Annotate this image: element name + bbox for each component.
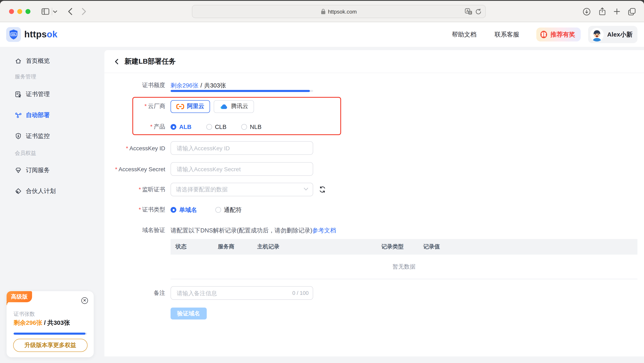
vendor-label: *云厂商 [104, 103, 165, 110]
user-name: Alex小新 [607, 30, 632, 38]
brand-name: httpsok [24, 29, 58, 40]
upgrade-button[interactable]: 升级版本享更多权益 [13, 339, 88, 352]
radio-dot-icon [170, 207, 176, 213]
traffic-light-close[interactable] [9, 9, 14, 14]
main-panel: 新建LB部署任务 证书额度 剩余296张/共303张 *云厂商 [104, 50, 644, 357]
handshake-icon [15, 187, 22, 194]
col-host-record: 主机记录 [257, 243, 382, 251]
accesskey-id-input[interactable] [176, 144, 308, 152]
accesskey-secret-input[interactable] [176, 165, 308, 173]
listen-cert-label: *监听证书 [104, 186, 165, 193]
sidebar-item-auto-deploy[interactable]: 自动部署 [15, 110, 50, 120]
tab-overview-icon[interactable] [627, 6, 636, 16]
cert-type-label: *证书类型 [104, 206, 165, 214]
forward-icon [79, 6, 89, 16]
sidebar-item-home[interactable]: 首页概览 [15, 56, 50, 66]
page-titlebar: 新建LB部署任务 [104, 50, 644, 73]
chevron-down-icon[interactable] [51, 6, 59, 16]
remark-input-wrap: 0 / 100 [170, 286, 313, 300]
card-quota-progressbar [14, 333, 87, 335]
back-chevron-icon[interactable] [113, 58, 120, 65]
referral-reward-badge[interactable]: 推荐有奖 [536, 27, 581, 41]
radio-dot-icon [241, 124, 247, 130]
new-tab-icon[interactable] [612, 6, 622, 16]
help-docs-link[interactable]: 帮助文档 [452, 30, 476, 38]
sidebar-section-services: 服务管理 [15, 73, 36, 80]
share-icon[interactable] [597, 6, 607, 16]
reference-doc-link[interactable]: 参考文档 [312, 226, 336, 234]
card-quota-value: 剩余296张/共303张 [14, 319, 70, 327]
dns-table-header: 状态 服务商 主机记录 记录类型 记录值 [170, 239, 638, 255]
vendor-row: *云厂商 阿里云 腾讯云 [104, 99, 254, 113]
card-quota-label: 证书张数 [14, 311, 35, 318]
user-menu[interactable]: Alex小新 [588, 26, 638, 43]
traffic-light-zoom[interactable] [26, 9, 30, 14]
refresh-icon[interactable] [319, 186, 326, 193]
ssl-shield-icon: SSL [6, 27, 21, 42]
home-icon [15, 57, 22, 64]
table-empty-state: 暂无数据 [170, 255, 638, 279]
vendor-option-aliyun[interactable]: 阿里云 [170, 100, 210, 113]
accesskey-id-row: *AccessKey ID [104, 141, 313, 155]
back-icon[interactable] [65, 6, 75, 16]
remark-label: 备注 [104, 289, 165, 297]
accesskey-id-input-wrap [170, 141, 313, 155]
close-icon[interactable]: ✕ [81, 297, 88, 304]
sidebar-item-partner-program[interactable]: 合伙人计划 [15, 186, 56, 196]
verify-domain-button[interactable]: 验证域名 [170, 308, 207, 320]
domain-verify-label: 域名验证 [104, 227, 165, 234]
gift-icon [540, 30, 548, 39]
brand-logo[interactable]: SSL httpsok [6, 27, 58, 42]
col-provider: 服务商 [218, 243, 257, 251]
cert-type-row: *证书类型 单域名 通配符 [104, 206, 256, 214]
quota-label: 证书额度 [104, 82, 165, 89]
sidebar-toggle-icon[interactable] [40, 6, 50, 16]
url-text: httpsok.com [328, 8, 357, 14]
translate-icon[interactable]: A文 [465, 8, 472, 15]
product-row: *产品 ALB CLB NLB [104, 122, 276, 131]
listen-cert-select[interactable]: 请选择要配置的数据 [170, 183, 313, 196]
domain-verify-row: 域名验证 请配置以下DNS解析记录(配置成功后，请勿删除记录) 参考文档 [104, 226, 336, 235]
quota-progressbar [170, 90, 313, 92]
upgrade-card: 高级版 ✕ 证书张数 剩余296张/共303张 升级版本享更多权益 [6, 291, 94, 357]
traffic-light-minimize[interactable] [17, 9, 22, 14]
listen-cert-row: *监听证书 请选择要配置的数据 [104, 183, 326, 196]
vendor-option-tencent[interactable]: 腾讯云 [214, 100, 254, 113]
submit-row: 验证域名 [104, 308, 207, 320]
address-bar[interactable]: httpsok.com A文 [192, 5, 486, 18]
sidebar-section-membership: 会员权益 [15, 149, 36, 157]
reload-icon[interactable] [476, 8, 481, 14]
accesskey-secret-row: *AccessKey Secret [104, 162, 313, 176]
lock-icon [321, 9, 326, 14]
radio-single-domain[interactable]: 单域名 [170, 206, 197, 214]
content-area: 首页概览 服务管理 证书管理 自动部署 证书监控 会员权益 订阅服务 [0, 47, 644, 363]
downloads-icon[interactable] [582, 6, 592, 16]
char-counter: 0 / 100 [292, 287, 309, 299]
sidebar-item-cert-management[interactable]: 证书管理 [15, 89, 50, 99]
remark-input[interactable] [176, 289, 308, 297]
sidebar-item-subscription[interactable]: 订阅服务 [15, 165, 50, 175]
radio-dot-icon [215, 207, 221, 213]
vip-badge-icon [15, 167, 22, 173]
accesskey-id-label: *AccessKey ID [104, 145, 165, 151]
radio-wildcard[interactable]: 通配符 [215, 206, 242, 214]
shield-monitor-icon [15, 132, 22, 139]
plan-ribbon: 高级版 [6, 291, 32, 302]
col-record-type: 记录类型 [382, 243, 423, 251]
contact-support-link[interactable]: 联系客服 [494, 30, 519, 38]
sidebar-item-cert-monitor[interactable]: 证书监控 [15, 131, 50, 141]
radio-alb[interactable]: ALB [170, 124, 192, 130]
radio-nlb[interactable]: NLB [241, 124, 262, 130]
avatar [590, 28, 604, 41]
sidebar: 首页概览 服务管理 证书管理 自动部署 证书监控 会员权益 订阅服务 [0, 47, 104, 363]
page-title: 新建LB部署任务 [124, 57, 176, 66]
radio-dot-icon [206, 124, 212, 130]
dns-hint-text: 请配置以下DNS解析记录(配置成功后，请勿删除记录) [170, 226, 312, 234]
browser-toolbar: httpsok.com A文 [0, 1, 644, 22]
radio-dot-icon [170, 124, 176, 130]
svg-text:文: 文 [469, 11, 472, 14]
browser-window: httpsok.com A文 SSL [0, 1, 644, 363]
tencent-cloud-logo-icon [220, 103, 228, 109]
radio-clb[interactable]: CLB [206, 124, 226, 130]
col-status: 状态 [170, 243, 218, 251]
